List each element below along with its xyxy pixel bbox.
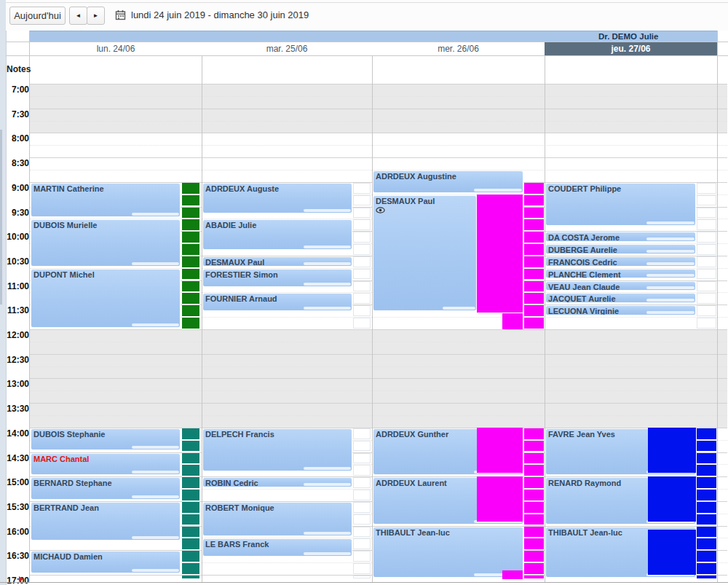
slot-cell[interactable] (353, 219, 371, 230)
slot-cell[interactable] (353, 232, 371, 243)
slot-cell[interactable] (182, 490, 199, 500)
slot-cell[interactable] (353, 269, 371, 280)
slot-cell[interactable] (353, 293, 371, 304)
appointment[interactable]: DUBOIS Murielle (31, 219, 181, 266)
slot-cell[interactable] (353, 538, 371, 549)
appointment[interactable]: LECUONA Virginie (545, 305, 696, 315)
slot-cell[interactable] (524, 281, 544, 292)
slot-cell[interactable] (353, 281, 371, 292)
appointment[interactable]: FORESTIER Simon (202, 269, 352, 287)
slot-cell[interactable] (353, 453, 371, 464)
slot-cell[interactable] (182, 269, 199, 280)
appointment[interactable]: FOURNIER Arnaud (202, 293, 352, 311)
slot-cell[interactable] (182, 441, 199, 452)
slot-cell[interactable] (524, 551, 544, 562)
slot-cell[interactable] (182, 281, 199, 292)
blocked-slot-overlay[interactable] (648, 476, 696, 522)
slot-cell[interactable] (524, 219, 544, 230)
slot-cell[interactable] (353, 502, 371, 513)
appointment[interactable]: PLANCHE Clement (545, 269, 696, 279)
slot-cell[interactable] (182, 183, 199, 194)
slot-cell[interactable] (182, 195, 199, 206)
appointment[interactable]: ABADIE Julie (202, 219, 352, 250)
appointment[interactable]: COUDERT Philippe (545, 183, 696, 226)
day-header-1[interactable]: lun. 24/06 (30, 42, 202, 55)
slot-cell[interactable] (697, 477, 716, 488)
slot-cell[interactable] (182, 256, 199, 267)
appointment[interactable]: MICHAUD Damien (31, 551, 181, 573)
slot-cell[interactable] (524, 195, 544, 206)
appointment[interactable]: MARC Chantal (31, 453, 181, 476)
slot-cell[interactable] (524, 244, 544, 255)
slot-cell[interactable] (524, 477, 544, 488)
slot-cell[interactable] (182, 208, 199, 219)
appointment[interactable]: DUPONT Michel (31, 269, 181, 328)
slot-cell[interactable] (353, 551, 371, 562)
appointment[interactable]: JACQUET Aurelie (545, 293, 696, 303)
slot-cell[interactable] (182, 576, 199, 578)
slot-cell[interactable] (524, 428, 544, 439)
slot-cell[interactable] (697, 551, 716, 562)
slot-cell[interactable] (697, 538, 716, 549)
appointment[interactable]: DA COSTA Jerome (545, 232, 696, 242)
appointment[interactable]: ADRDEUX Augustine (373, 170, 523, 193)
slot-cell[interactable] (182, 428, 199, 439)
slot-cell[interactable] (697, 502, 716, 513)
slot-cell[interactable] (697, 441, 716, 452)
appointment[interactable]: FRANCOIS Cedric (545, 256, 696, 267)
appointment[interactable]: ROBERT Monique (202, 502, 352, 537)
slot-cell[interactable] (353, 256, 371, 267)
slot-cell[interactable] (697, 293, 716, 304)
slot-cell[interactable] (697, 453, 716, 464)
slot-cell[interactable] (524, 208, 544, 219)
slot-cell[interactable] (697, 527, 716, 538)
slot-cell[interactable] (524, 318, 544, 329)
appointment[interactable]: MARTIN Catherine (31, 183, 181, 218)
slot-cell[interactable] (353, 514, 371, 525)
slot-cell[interactable] (697, 219, 716, 230)
blocked-slot-overlay[interactable] (648, 428, 696, 473)
slot-cell[interactable] (697, 256, 716, 267)
slot-cell[interactable] (182, 318, 199, 329)
slot-cell[interactable] (524, 441, 544, 452)
slot-cell[interactable] (353, 441, 371, 452)
slot-cell[interactable] (353, 428, 371, 439)
slot-cell[interactable] (353, 195, 371, 206)
slot-cell[interactable] (697, 514, 716, 525)
slot-cell[interactable] (353, 208, 371, 219)
slot-cell[interactable] (697, 576, 716, 578)
slot-cell[interactable] (524, 576, 544, 578)
slot-cell[interactable] (697, 305, 716, 316)
slot-cell[interactable] (182, 527, 199, 538)
slot-cell[interactable] (524, 514, 544, 525)
day-header-2[interactable]: mar. 25/06 (202, 42, 372, 55)
day-header-4[interactable]: jeu. 27/06 (545, 42, 717, 55)
slot-cell[interactable] (697, 281, 716, 292)
slot-cell[interactable] (697, 232, 716, 243)
appointment[interactable]: ROBIN Cedric (202, 477, 352, 487)
slot-cell[interactable] (353, 563, 371, 574)
slot-cell[interactable] (353, 318, 371, 329)
slot-cell[interactable] (353, 244, 371, 255)
appointment[interactable]: VEAU Jean Claude (545, 281, 696, 291)
appointment[interactable]: BERTRAND Jean (31, 502, 181, 541)
slot-cell[interactable] (697, 244, 716, 255)
slot-cell[interactable] (697, 563, 716, 574)
slot-cell[interactable] (524, 183, 544, 194)
slot-cell[interactable] (524, 490, 544, 500)
slot-cell[interactable] (697, 269, 716, 280)
slot-cell[interactable] (524, 453, 544, 464)
day-header-3[interactable]: mer. 26/06 (372, 42, 545, 55)
slot-cell[interactable] (524, 465, 544, 476)
slot-cell[interactable] (182, 453, 199, 464)
slot-cell[interactable] (524, 502, 544, 513)
slot-cell[interactable] (697, 318, 716, 329)
blocked-slot-overlay[interactable] (648, 530, 696, 575)
blocked-slot-overlay[interactable] (477, 195, 523, 313)
slot-cell[interactable] (353, 465, 371, 476)
slot-cell[interactable] (182, 538, 199, 549)
slot-cell[interactable] (524, 232, 544, 243)
slot-cell[interactable] (524, 527, 544, 538)
slot-cell[interactable] (353, 183, 371, 194)
slot-cell[interactable] (697, 195, 716, 206)
